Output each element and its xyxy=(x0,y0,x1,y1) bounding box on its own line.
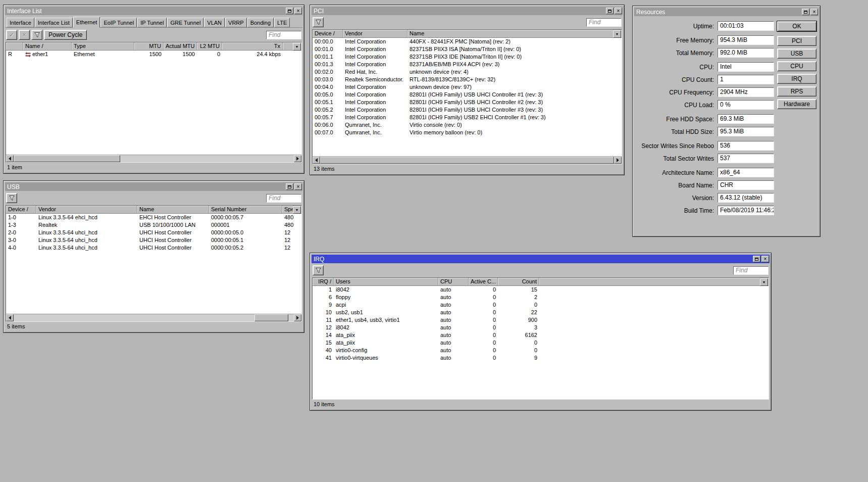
table-row[interactable]: 00:05.7Intel Corporation82801I (ICH9 Fam… xyxy=(313,114,622,121)
maximize-button[interactable] xyxy=(286,8,293,14)
column-header-name[interactable]: Name xyxy=(407,30,614,37)
scrollbar-thumb[interactable] xyxy=(320,157,614,164)
close-button[interactable]: × xyxy=(615,8,622,14)
column-header-actual-mtu[interactable]: Actual MTU xyxy=(164,42,197,50)
ok-button[interactable]: OK xyxy=(777,21,816,31)
close-button[interactable]: × xyxy=(810,9,818,15)
tab-lte[interactable]: LTE xyxy=(274,18,290,27)
maximize-button[interactable] xyxy=(606,8,614,14)
column-header-flags[interactable] xyxy=(539,278,760,285)
table-row[interactable]: 00:05.2Intel Corporation82801I (ICH9 Fam… xyxy=(313,106,622,114)
column-header-speed[interactable]: Speed xyxy=(282,206,293,213)
table-row[interactable]: 2-0Linux 3.3.5-64 uhci_hcdUHCI Host Cont… xyxy=(6,229,301,236)
column-header-l2-mtu[interactable]: L2 MTU xyxy=(197,42,222,50)
table-row[interactable]: 00:00.0Intel Corporation440FX - 82441FX … xyxy=(313,38,622,45)
table-row[interactable]: 6floppyauto02 xyxy=(313,294,769,301)
tab-interface[interactable]: Interface xyxy=(7,18,34,27)
find-input[interactable] xyxy=(733,266,769,275)
table-row[interactable]: 15ata_piixauto00 xyxy=(313,339,769,347)
table-row[interactable]: 00:04.0Intel Corporationunknown device (… xyxy=(313,83,622,91)
find-input[interactable] xyxy=(586,18,622,27)
pci-button[interactable]: PCI xyxy=(777,36,816,46)
table-row[interactable]: 4-0Linux 3.3.5-64 uhci_hcdUHCI Host Cont… xyxy=(6,244,301,252)
table-row[interactable]: 1-0Linux 3.3.5-64 ehci_hcdEHCI Host Cont… xyxy=(6,214,301,221)
table-row[interactable]: 11ether1, usb4, usb3, virtio1auto0900 xyxy=(313,316,769,324)
scrollbar-track[interactable] xyxy=(320,157,614,164)
usb-button[interactable]: USB xyxy=(777,49,816,59)
column-header-mtu[interactable]: MTU xyxy=(134,42,164,50)
horizontal-scrollbar[interactable] xyxy=(6,155,301,162)
tab-ethernet[interactable]: Ethernet xyxy=(73,17,100,28)
table-row[interactable]: 14ata_piixauto06162 xyxy=(313,331,769,339)
column-header-flags[interactable] xyxy=(6,42,23,50)
titlebar[interactable]: USB × xyxy=(5,182,302,191)
column-header-device[interactable]: Device / xyxy=(313,30,343,37)
column-header-irq[interactable]: IRQ / xyxy=(313,278,334,285)
column-header-serial-number[interactable]: Serial Number xyxy=(209,206,282,213)
horizontal-scrollbar[interactable] xyxy=(6,314,301,321)
maximize-button[interactable] xyxy=(286,183,293,190)
column-header-count[interactable]: Count xyxy=(498,278,539,285)
titlebar[interactable]: IRQ × xyxy=(312,255,770,263)
table-row[interactable]: 00:03.0Realtek Semiconductor.RTL-8139/81… xyxy=(313,76,622,83)
table-row[interactable]: 3-0Linux 3.3.5-64 uhci_hcdUHCI Host Cont… xyxy=(6,236,301,244)
hardware-button[interactable]: Hardware xyxy=(777,99,816,109)
tab-vrrp[interactable]: VRRP xyxy=(225,18,247,27)
power-cycle-button[interactable]: Power Cycle xyxy=(44,30,87,40)
table-row[interactable]: 00:02.0Red Hat, Inc.unknown device (rev:… xyxy=(313,68,622,76)
scrollbar-thumb[interactable] xyxy=(254,314,288,321)
column-selector-button[interactable]: ▼ xyxy=(760,278,768,286)
column-header-type[interactable]: Type xyxy=(72,42,134,50)
tab-vlan[interactable]: VLAN xyxy=(204,18,225,27)
scroll-right-button[interactable] xyxy=(294,155,301,162)
scroll-right-button[interactable] xyxy=(294,314,301,321)
scroll-right-button[interactable] xyxy=(614,157,622,164)
table-row[interactable]: Rether1Ethernet15001500024.4 kbps xyxy=(6,51,301,58)
column-header-vendor[interactable]: Vendor xyxy=(36,206,137,213)
column-header-users[interactable]: Users xyxy=(334,278,438,285)
scrollbar-track[interactable] xyxy=(14,314,294,321)
column-header-cpu[interactable]: CPU xyxy=(438,278,469,285)
scrollbar-track[interactable] xyxy=(14,155,294,162)
irq-button[interactable]: IRQ xyxy=(777,74,816,84)
column-selector-button[interactable]: ▼ xyxy=(293,206,301,214)
close-button[interactable]: × xyxy=(761,256,769,262)
table-row[interactable]: 1-3RealtekUSB 10/100/1000 LAN000001480 xyxy=(6,221,301,229)
find-input[interactable] xyxy=(266,194,301,203)
enable-button[interactable]: ✓ xyxy=(6,30,17,40)
table-row[interactable]: 00:05.0Intel Corporation82801I (ICH9 Fam… xyxy=(313,91,622,99)
filter-button[interactable] xyxy=(313,17,324,27)
scroll-left-button[interactable] xyxy=(6,155,14,162)
table-row[interactable]: 12i8042auto03 xyxy=(313,324,769,331)
tab-interface-list[interactable]: Interface List xyxy=(35,18,73,27)
column-selector-button[interactable]: ▼ xyxy=(293,43,301,51)
filter-button[interactable] xyxy=(313,265,324,275)
column-header-tx[interactable]: Tx xyxy=(222,42,283,50)
table-row[interactable]: 1i8042auto015 xyxy=(313,286,769,294)
table-row[interactable]: 9acpiauto00 xyxy=(313,301,769,309)
filter-button[interactable] xyxy=(6,193,17,203)
scroll-left-button[interactable] xyxy=(313,157,320,164)
tab-ip-tunnel[interactable]: IP Tunnel xyxy=(137,18,167,27)
column-selector-button[interactable]: ▼ xyxy=(613,30,621,38)
titlebar[interactable]: Resources × xyxy=(634,8,819,16)
column-header-device[interactable]: Device / xyxy=(6,206,36,213)
tab-eoip-tunnel[interactable]: EoIP Tunnel xyxy=(100,18,137,27)
table-row[interactable]: 40virtio0-configauto00 xyxy=(313,347,769,354)
filter-button[interactable] xyxy=(31,30,42,40)
tab-gre-tunnel[interactable]: GRE Tunnel xyxy=(167,18,203,27)
table-row[interactable]: 10usb2, usb1auto022 xyxy=(313,309,769,316)
column-header-name[interactable]: Name xyxy=(137,206,209,213)
table-row[interactable]: 41virtio0-virtqueuesauto09 xyxy=(313,354,769,362)
find-input[interactable] xyxy=(266,31,301,39)
disable-button[interactable]: × xyxy=(19,30,30,40)
table-row[interactable]: 00:01.3Intel Corporation82371AB/EB/MB PI… xyxy=(313,61,622,68)
table-row[interactable]: 00:01.0Intel Corporation82371SB PIIX3 IS… xyxy=(313,45,622,53)
titlebar[interactable]: Interface List × xyxy=(5,7,302,15)
titlebar[interactable]: PCI × xyxy=(312,7,623,15)
close-button[interactable]: × xyxy=(294,183,302,190)
scrollbar-thumb[interactable] xyxy=(14,155,120,162)
close-button[interactable]: × xyxy=(294,8,302,14)
rps-button[interactable]: RPS xyxy=(777,86,816,97)
column-header-vendor[interactable]: Vendor xyxy=(343,30,407,37)
